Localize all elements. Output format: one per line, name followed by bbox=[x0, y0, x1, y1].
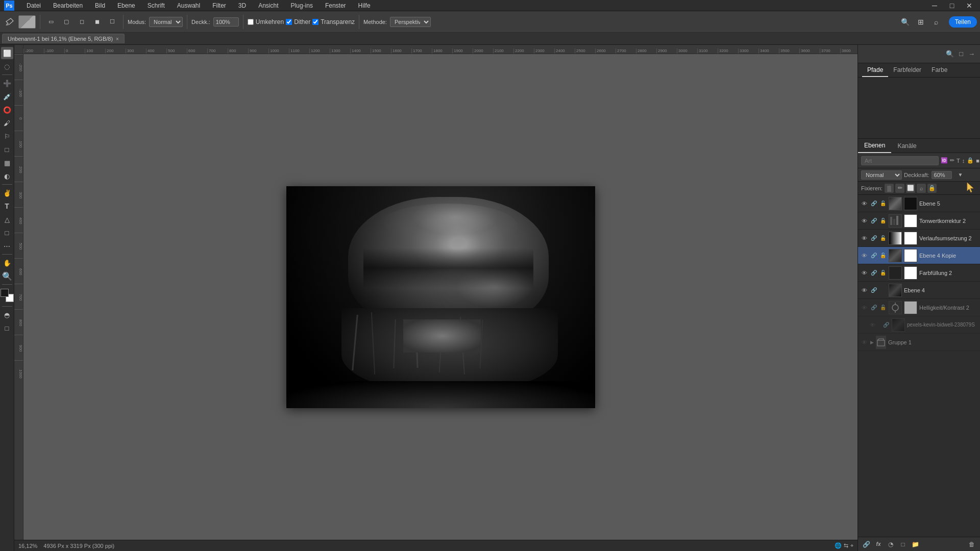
menu-fenster[interactable]: Fenster bbox=[323, 1, 348, 10]
healing-tool[interactable]: ⭕ bbox=[1, 104, 13, 116]
menu-plugins[interactable]: Plug-ins bbox=[289, 1, 315, 10]
opacity-value-input[interactable] bbox=[932, 171, 952, 179]
status-icon-3[interactable]: ⌖ bbox=[850, 542, 853, 549]
layer-row-tonwert[interactable]: 👁 🔗 🔓 Tonwertkorrektur 2 bbox=[858, 212, 980, 230]
blend-mode-select[interactable]: Normal bbox=[861, 170, 902, 180]
canvas-background[interactable] bbox=[23, 54, 857, 540]
panel-search-icon[interactable]: 🔍 bbox=[945, 49, 955, 59]
layer-link-helligkeit[interactable]: 🔗 bbox=[870, 304, 877, 311]
panel-collapse-icon[interactable]: □ bbox=[958, 49, 964, 59]
clone-tool[interactable]: ⚐ bbox=[1, 130, 13, 142]
layer-eye-verlauf[interactable]: 👁 bbox=[860, 234, 868, 242]
layer-lock-ebene4kopie[interactable]: 🔓 bbox=[879, 252, 887, 259]
text-tool[interactable]: T bbox=[1, 200, 13, 212]
layer-eye-ebene5[interactable]: 👁 bbox=[860, 199, 868, 208]
layer-row-farb[interactable]: 👁 🔗 🔓 Farbfüllung 2 bbox=[858, 264, 980, 282]
layer-eye-ebene4[interactable]: 👁 bbox=[860, 286, 868, 294]
eraser-tool[interactable]: □ bbox=[1, 143, 13, 156]
layer-link-ebene5[interactable]: 🔗 bbox=[870, 200, 877, 207]
zoom-tool[interactable]: 🔍 bbox=[1, 270, 13, 282]
fix-artboard-icon[interactable]: ⌕ bbox=[917, 184, 926, 193]
link-icon[interactable]: 🔗 bbox=[861, 539, 871, 549]
hand-tool[interactable]: ✋ bbox=[1, 257, 13, 269]
mode-select[interactable]: Normal bbox=[149, 17, 183, 27]
tab-farbfelder[interactable]: Farbfelder bbox=[888, 63, 926, 77]
layer-eye-farb[interactable]: 👁 bbox=[860, 269, 868, 277]
dither-checkbox[interactable] bbox=[286, 19, 292, 25]
panel-arrow-icon[interactable]: → bbox=[967, 49, 976, 59]
foreground-color-swatch[interactable] bbox=[1, 289, 9, 297]
tab-pfade[interactable]: Pfade bbox=[862, 63, 888, 77]
fix-lock-icon[interactable]: 🔒 bbox=[927, 184, 937, 193]
fix-move-icon[interactable]: ⬜ bbox=[906, 184, 915, 193]
menu-datei[interactable]: Datei bbox=[24, 1, 43, 10]
layer-link-farb[interactable]: 🔗 bbox=[870, 269, 877, 277]
layer-link-ebene4kopie[interactable]: 🔗 bbox=[870, 252, 877, 259]
layer-row-gruppe1[interactable]: 👁 ▶ Gruppe 1 bbox=[858, 334, 980, 351]
color-swatches[interactable] bbox=[1, 289, 14, 302]
lasso-tool[interactable]: ◌ bbox=[1, 60, 13, 72]
layer-lock-ebene4[interactable] bbox=[879, 287, 887, 294]
layer-lock-farb[interactable]: 🔓 bbox=[879, 269, 887, 277]
adjustment-icon[interactable]: ◔ bbox=[886, 539, 896, 549]
layer-row-ebene5[interactable]: 👁 🔗 🔓 Ebene 5 bbox=[858, 195, 980, 212]
menu-schrift[interactable]: Schrift bbox=[145, 1, 167, 10]
menu-3d[interactable]: 3D bbox=[236, 1, 248, 10]
layer-row-verlauf[interactable]: 👁 🔗 🔓 Verlaufsumsetzung 2 bbox=[858, 230, 980, 247]
layer-row-ebene4kopie[interactable]: 👁 🔗 🔓 Ebene 4 Kopie bbox=[858, 247, 980, 264]
path-tool[interactable]: △ bbox=[1, 213, 13, 226]
brush-swatch[interactable] bbox=[18, 15, 36, 29]
menu-ebene[interactable]: Ebene bbox=[115, 1, 137, 10]
menu-auswahl[interactable]: Auswahl bbox=[175, 1, 202, 10]
status-icon-1[interactable]: 🌐 bbox=[835, 542, 842, 549]
tab-kanale[interactable]: Kanäle bbox=[891, 139, 922, 153]
maximize-btn[interactable]: □ bbox=[945, 0, 959, 12]
tab-farbe[interactable]: Farbe bbox=[926, 63, 952, 77]
gradient-tool[interactable]: ▦ bbox=[1, 157, 13, 169]
layer-link-verlauf[interactable]: 🔗 bbox=[870, 235, 877, 242]
eyedropper-tool[interactable]: 💉 bbox=[1, 90, 13, 103]
menu-hilfe[interactable]: Hilfe bbox=[356, 1, 373, 10]
layer-lock-helligkeit[interactable]: 🔓 bbox=[879, 304, 887, 311]
move-tool[interactable]: ⬜ bbox=[1, 47, 13, 59]
method-select[interactable]: Perspektiv bbox=[390, 17, 431, 27]
opacity-down-arrow[interactable]: ▼ bbox=[956, 170, 965, 180]
opacity-input[interactable] bbox=[213, 17, 239, 27]
layer-eye-gruppe1[interactable]: 👁 bbox=[860, 338, 868, 346]
layers-btn-5[interactable]: 🔒 bbox=[967, 155, 974, 166]
tab-ebenen[interactable]: Ebenen bbox=[858, 139, 891, 153]
folder-icon[interactable]: 📁 bbox=[910, 539, 920, 549]
layer-link-tonwert[interactable]: 🔗 bbox=[870, 217, 877, 224]
shape-btn2[interactable]: ◼ bbox=[90, 15, 104, 29]
layer-lock-verlauf[interactable]: 🔓 bbox=[879, 235, 887, 242]
layer-row-helligkeit[interactable]: 👁 🔗 🔓 Helligkeit/Kontrast 2 bbox=[858, 299, 980, 316]
layers-search-input[interactable] bbox=[861, 156, 939, 165]
search-icon-btn[interactable]: 🔍 bbox=[899, 15, 912, 29]
close-btn[interactable]: ✕ bbox=[963, 0, 976, 12]
layer-row-pexels[interactable]: 👁 🔗 pexels-kevin-bidwell-238079S bbox=[858, 316, 980, 334]
extra-tool[interactable]: ⋯ bbox=[1, 240, 13, 252]
collapse-arrow-gruppe1[interactable]: ▶ bbox=[870, 340, 874, 345]
pen-tool[interactable]: ✌ bbox=[1, 187, 13, 199]
brush-tool[interactable]: 🖌 bbox=[1, 117, 13, 129]
document-tab[interactable]: Unbenannt-1 bei 16,1% (Ebene 5, RGB/8) × bbox=[2, 34, 125, 43]
layer-lock-ebene5[interactable]: 🔓 bbox=[879, 200, 887, 207]
transparency-checkbox[interactable] bbox=[312, 19, 318, 25]
mask-icon[interactable]: □ bbox=[898, 539, 908, 549]
dodge-tool[interactable]: ◐ bbox=[1, 170, 13, 182]
tab-close-btn[interactable]: × bbox=[116, 36, 119, 42]
shape-tool[interactable]: □ bbox=[1, 227, 13, 239]
layers-btn-2[interactable]: ✏ bbox=[950, 155, 954, 166]
quick-mask-tool[interactable]: ◓ bbox=[1, 309, 13, 321]
layer-eye-tonwert[interactable]: 👁 bbox=[860, 217, 868, 225]
menu-ansicht[interactable]: Ansicht bbox=[256, 1, 280, 10]
zoom-icon-btn[interactable]: ⌕ bbox=[929, 15, 943, 29]
shape-btn3[interactable]: ☐ bbox=[106, 15, 119, 29]
status-icon-2[interactable]: ⇆ bbox=[844, 542, 848, 549]
menu-filter[interactable]: Filter bbox=[210, 1, 228, 10]
layers-filter-toggle[interactable]: ■ bbox=[976, 155, 979, 166]
layer-row-ebene4[interactable]: 👁 🔗 Ebene 4 bbox=[858, 282, 980, 299]
layer-lock-tonwert[interactable]: 🔓 bbox=[879, 217, 887, 224]
crop-tool[interactable]: ➕ bbox=[1, 77, 13, 89]
share-button[interactable]: Teilen bbox=[949, 16, 977, 28]
